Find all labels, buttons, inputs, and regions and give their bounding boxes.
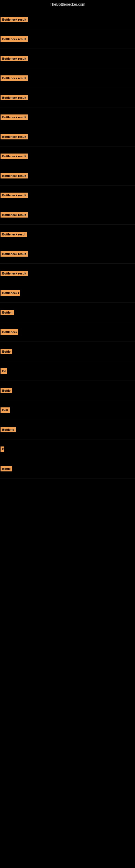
list-item: Bottlene [0, 420, 135, 439]
list-item: Bottlen [0, 303, 135, 322]
bottleneck-badge[interactable]: Bottleneck result [1, 36, 28, 42]
list-item: Bottleneck result [0, 166, 135, 186]
bottleneck-badge[interactable]: Bottleneck result [1, 115, 28, 120]
bottleneck-badge[interactable]: Bo [1, 368, 7, 374]
bottleneck-badge[interactable]: B [1, 446, 4, 452]
list-item: Bottleneck result [0, 147, 135, 166]
list-item: Bottleneck result [0, 244, 135, 264]
bottleneck-badge[interactable]: Bottleneck r [1, 290, 20, 296]
list-item: Bottleneck result [0, 10, 135, 29]
site-title: TheBottlenecker.com [0, 0, 135, 10]
list-item: Bottleneck r [0, 283, 135, 303]
list-item: Bottle [0, 381, 135, 400]
bottleneck-badge[interactable]: Bottle [1, 466, 12, 471]
bottleneck-badge[interactable]: Bottleneck result [1, 271, 28, 276]
bottleneck-badge[interactable]: Bottleneck result [1, 134, 28, 140]
list-item: Bottleneck result [0, 29, 135, 49]
bottleneck-badge[interactable]: Bottleneck [1, 329, 18, 335]
list-item: Bottle [0, 459, 135, 478]
bottleneck-badge[interactable]: Bottleneck result [1, 95, 28, 100]
list-item: Bottleneck result [0, 49, 135, 68]
bottleneck-badge[interactable]: Bottleneck result [1, 251, 28, 257]
list-item: Bottleneck result [0, 107, 135, 127]
rows-container: Bottleneck resultBottleneck resultBottle… [0, 10, 135, 478]
bottleneck-badge[interactable]: Bottleneck result [1, 212, 28, 218]
list-item: Bottleneck result [0, 264, 135, 283]
bottleneck-badge[interactable]: Bottleneck result [1, 75, 28, 81]
bottleneck-badge[interactable]: Bottlene [1, 427, 16, 432]
list-item: Bott [0, 400, 135, 420]
list-item: Bo [0, 361, 135, 381]
list-item: B [0, 439, 135, 459]
bottleneck-badge[interactable]: Bottleneck result [1, 56, 28, 61]
bottleneck-badge[interactable]: Bottleneck resul [1, 231, 27, 237]
bottleneck-badge[interactable]: Bottleneck result [1, 154, 28, 159]
list-item: Bottleneck result [0, 88, 135, 107]
bottleneck-badge[interactable]: Bottleneck result [1, 173, 28, 179]
bottleneck-badge[interactable]: Bottle [1, 349, 12, 354]
list-item: Bottle [0, 342, 135, 361]
list-item: Bottleneck result [0, 205, 135, 225]
list-item: Bottleneck [0, 322, 135, 342]
list-item: Bottleneck resul [0, 225, 135, 244]
list-item: Bottleneck result [0, 68, 135, 88]
page-container: TheBottlenecker.com Bottleneck resultBot… [0, 0, 135, 868]
bottleneck-badge[interactable]: Bottlen [1, 310, 14, 315]
bottleneck-badge[interactable]: Bottleneck result [1, 193, 28, 198]
bottleneck-badge[interactable]: Bottleneck result [1, 17, 28, 22]
bottleneck-badge[interactable]: Bottle [1, 388, 12, 393]
bottleneck-badge[interactable]: Bott [1, 407, 10, 413]
list-item: Bottleneck result [0, 186, 135, 205]
list-item: Bottleneck result [0, 127, 135, 147]
